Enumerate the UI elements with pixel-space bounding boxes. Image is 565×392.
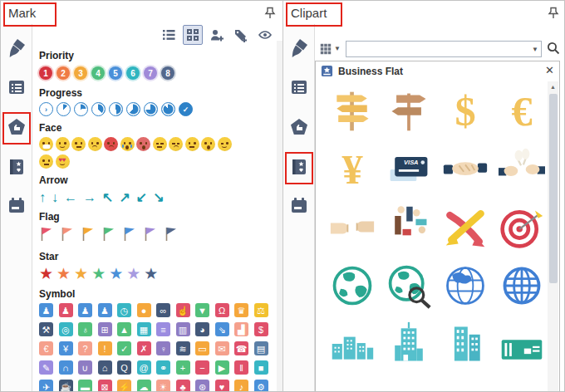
progress-63pct[interactable] [126, 102, 140, 116]
symbol-gear[interactable]: ⚙ [254, 380, 268, 392]
symbol-target[interactable]: ◎ [59, 322, 73, 336]
calendar-pane-icon[interactable] [289, 196, 309, 216]
symbol-user-upgrade[interactable]: ♟ [59, 303, 73, 317]
clipart-pane-icon[interactable] [7, 157, 27, 177]
symbol-home[interactable]: ⌂ [98, 360, 112, 375]
face-sleepy[interactable] [153, 137, 167, 151]
clipart-guidepost[interactable] [381, 82, 437, 140]
calendar-pane-icon[interactable] [7, 196, 27, 216]
symbol-tree[interactable]: ♣ [176, 380, 190, 392]
arrow-1[interactable]: ↓ [52, 190, 58, 205]
clipart-globe-search[interactable] [381, 257, 437, 315]
symbol-minus[interactable]: − [195, 360, 209, 375]
priority-2[interactable]: 2 [56, 66, 70, 80]
star-4[interactable]: ★ [109, 266, 123, 282]
format-brush-icon[interactable] [289, 37, 309, 57]
face-surprised[interactable] [201, 137, 215, 151]
symbol-link[interactable]: ⚭ [156, 360, 170, 375]
symbol-scales[interactable]: ⚖ [254, 303, 268, 317]
symbol-trophy[interactable]: ♛ [234, 303, 248, 317]
symbol-sun[interactable]: ☀ [156, 380, 170, 392]
arrow-0[interactable]: ↑ [39, 190, 46, 205]
progress-75pct[interactable] [144, 102, 158, 116]
symbol-network[interactable]: ⊛ [195, 380, 209, 392]
list-pane-icon[interactable] [7, 77, 27, 97]
symbol-thumbs-up[interactable]: ☝ [176, 303, 190, 317]
search-icon[interactable] [546, 41, 561, 56]
symbol-pause[interactable]: ‖ [234, 360, 248, 375]
clipart-handshake[interactable] [437, 140, 494, 198]
clipart-target-goal[interactable] [494, 198, 550, 257]
scroll-up-icon[interactable]: ▲ [548, 81, 558, 92]
clipart-fist-bump[interactable] [324, 198, 381, 257]
scrollbar[interactable]: ▲ [548, 81, 558, 392]
symbol-rain[interactable]: ☁ [137, 380, 151, 392]
symbol-auction[interactable]: ⚒ [39, 322, 53, 336]
flag-4[interactable] [122, 226, 135, 245]
clipart-skyscraper[interactable] [381, 315, 437, 373]
flag-2[interactable] [81, 226, 94, 245]
progress-start[interactable]: › [39, 102, 53, 116]
symbol-mail[interactable]: ✉ [215, 341, 229, 355]
symbol-lightning[interactable]: ⚡ [117, 380, 131, 392]
face-weary[interactable] [169, 137, 183, 151]
symbol-handshake[interactable]: ∞ [156, 303, 170, 317]
symbol-layers[interactable]: ≋ [176, 341, 190, 355]
arrow-7[interactable]: ↘ [153, 189, 164, 205]
flag-6[interactable] [164, 226, 177, 245]
symbol-shopping-cart[interactable]: ⊞ [98, 322, 112, 336]
chevron-down-icon[interactable]: ▼ [532, 46, 538, 53]
close-icon[interactable]: ✕ [545, 64, 554, 77]
clipart-world-globe[interactable] [437, 257, 494, 315]
clipart-dollar-sign[interactable]: $ [437, 82, 494, 140]
priority-8[interactable]: 8 [161, 66, 174, 80]
symbol-battery[interactable]: ▬ [78, 380, 92, 392]
symbol-folder[interactable]: ▭ [195, 341, 209, 355]
symbol-coffee[interactable]: ☕ [59, 380, 73, 392]
progress-50pct[interactable] [109, 102, 123, 116]
clipart-pane-icon[interactable] [289, 157, 309, 177]
symbol-euro[interactable]: € [39, 341, 53, 355]
priority-7[interactable]: 7 [144, 66, 157, 80]
symbol-cross[interactable]: ✗ [137, 341, 151, 355]
symbol-news[interactable]: ▤ [254, 341, 268, 355]
symbol-no-image[interactable]: ⊠ [98, 380, 112, 392]
symbol-member[interactable]: ♟ [78, 303, 92, 317]
symbol-check[interactable]: ✓ [117, 341, 131, 355]
symbol-list[interactable]: ≡ [156, 322, 170, 336]
clipart-signpost[interactable] [324, 82, 381, 140]
mark-pane-icon[interactable] [289, 117, 309, 137]
mark-pane-icon[interactable] [7, 117, 27, 137]
face-grinning[interactable] [39, 137, 53, 151]
symbol-alarm-clock[interactable]: ◷ [117, 303, 131, 317]
progress-38pct[interactable] [91, 102, 106, 116]
symbol-rocket[interactable]: ▲ [117, 322, 131, 336]
progress-25pct[interactable] [74, 102, 88, 116]
priority-1[interactable]: 1 [39, 66, 52, 80]
symbol-music[interactable]: ♪ [234, 380, 248, 392]
pin-icon[interactable] [263, 7, 277, 20]
progress-done[interactable]: ✓ [179, 102, 193, 116]
face-frowning[interactable] [88, 137, 102, 151]
clipart-green-globe[interactable] [324, 257, 381, 315]
clipart-wireframe-globe[interactable] [494, 257, 550, 315]
symbol-heart[interactable]: ♥ [215, 380, 229, 392]
flag-0[interactable] [39, 226, 52, 245]
priority-3[interactable]: 3 [74, 66, 87, 80]
symbol-bomb[interactable]: ● [137, 303, 151, 317]
face-fearful[interactable] [136, 137, 150, 151]
symbol-calendar[interactable]: ▦ [137, 322, 151, 336]
priority-5[interactable]: 5 [109, 66, 122, 80]
star-5[interactable]: ★ [126, 266, 140, 282]
star-1[interactable]: ★ [56, 266, 71, 282]
face-flushed[interactable] [39, 154, 53, 169]
star-0[interactable]: ★ [39, 266, 53, 282]
flag-3[interactable] [101, 226, 115, 245]
face-smiling[interactable] [56, 137, 70, 151]
priority-6[interactable]: 6 [126, 66, 140, 80]
star-6[interactable]: ★ [144, 266, 158, 282]
clipart-factory[interactable] [494, 315, 550, 373]
arrow-5[interactable]: ↗ [119, 189, 130, 205]
symbol-area-chart[interactable]: ▟ [234, 322, 248, 336]
priority-4[interactable]: 4 [91, 66, 105, 80]
